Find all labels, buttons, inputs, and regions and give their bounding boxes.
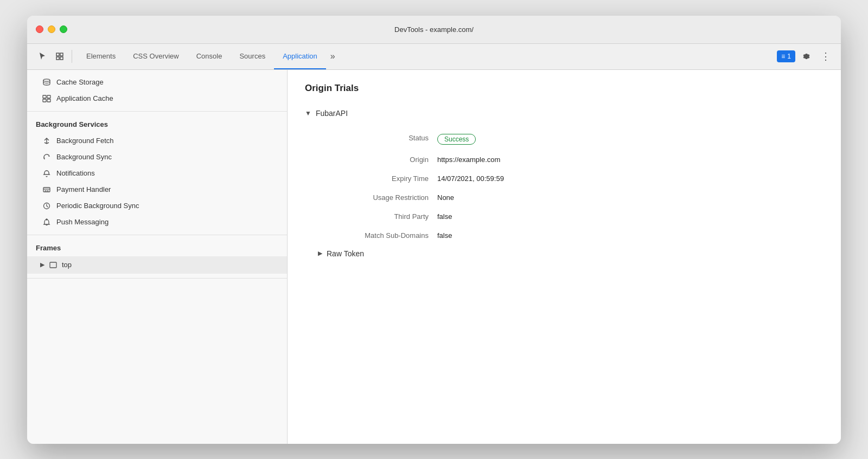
- third-party-label: Third Party: [318, 207, 437, 226]
- main-area: Cache Storage Application Cache: [27, 70, 841, 444]
- api-collapse-icon: ▼: [305, 109, 311, 117]
- match-sub-domains-label: Match Sub-Domains: [318, 226, 437, 245]
- push-messaging-icon: [42, 218, 51, 227]
- background-fetch-label: Background Fetch: [56, 137, 114, 145]
- notifications-icon: [42, 169, 51, 178]
- more-options-button[interactable]: ⋮: [817, 48, 834, 65]
- inspect-icon-button[interactable]: [51, 48, 68, 65]
- sidebar-item-application-cache[interactable]: Application Cache: [27, 90, 287, 107]
- frames-section: Frames ▶ top: [27, 235, 287, 279]
- periodic-background-sync-label: Periodic Background Sync: [56, 202, 139, 210]
- frames-top-label: top: [62, 261, 72, 269]
- svg-rect-5: [43, 95, 46, 98]
- frames-header: Frames: [27, 240, 287, 256]
- sidebar-item-push-messaging[interactable]: Push Messaging: [27, 214, 287, 230]
- background-fetch-icon: [42, 137, 51, 145]
- cursor-icon-button[interactable]: [34, 48, 51, 65]
- sidebar-item-background-sync[interactable]: Background Sync: [27, 149, 287, 165]
- sidebar-item-frames-top[interactable]: ▶ top: [27, 256, 287, 274]
- window-title: DevTools - example.com/: [394, 25, 474, 34]
- titlebar: DevTools - example.com/: [27, 16, 841, 44]
- status-badge: Success: [437, 134, 476, 145]
- third-party-value: false: [437, 207, 824, 226]
- sidebar-item-periodic-background-sync[interactable]: Periodic Background Sync: [27, 198, 287, 214]
- api-name-label: FubarAPI: [316, 109, 348, 118]
- tab-sources[interactable]: Sources: [231, 43, 274, 69]
- periodic-background-sync-icon: [42, 202, 51, 210]
- match-sub-domains-value: false: [437, 226, 824, 245]
- sidebar-item-cache-storage[interactable]: Cache Storage: [27, 74, 287, 90]
- notification-badge-button[interactable]: ≡ 1: [777, 50, 795, 62]
- raw-token-label: Raw Token: [327, 249, 364, 258]
- background-sync-label: Background Sync: [56, 153, 112, 161]
- cache-storage-icon: [42, 78, 51, 87]
- svg-point-4: [43, 79, 50, 81]
- svg-rect-3: [60, 57, 63, 60]
- close-button[interactable]: [36, 25, 43, 33]
- background-sync-icon: [42, 153, 51, 161]
- maximize-button[interactable]: [60, 25, 67, 33]
- payment-handler-label: Payment Handler: [56, 185, 111, 193]
- cache-storage-label: Cache Storage: [56, 78, 104, 86]
- push-messaging-label: Push Messaging: [56, 218, 108, 226]
- storage-section: Cache Storage Application Cache: [27, 70, 287, 112]
- origin-value: https://example.com: [437, 150, 824, 169]
- tab-console[interactable]: Console: [188, 43, 231, 69]
- toolbar-divider: [72, 50, 72, 63]
- svg-rect-0: [56, 53, 59, 56]
- badge-icon: ≡: [781, 53, 785, 60]
- usage-restriction-label: Usage Restriction: [318, 188, 437, 207]
- origin-label: Origin: [318, 150, 437, 169]
- expiry-time-label: Expiry Time: [318, 169, 437, 188]
- frames-expand-icon: ▶: [40, 261, 44, 268]
- notifications-label: Notifications: [56, 169, 95, 177]
- page-title: Origin Trials: [305, 83, 824, 94]
- toolbar: Elements CSS Overview Console Sources Ap…: [27, 44, 841, 70]
- toolbar-tabs: Elements CSS Overview Console Sources Ap…: [78, 43, 326, 69]
- devtools-window: DevTools - example.com/ Elements CSS Ove…: [27, 16, 841, 444]
- svg-rect-2: [56, 57, 59, 60]
- content-area: Origin Trials ▼ FubarAPI Status Success …: [288, 70, 841, 444]
- background-services-section: Background Services Background Fetch: [27, 112, 287, 235]
- sidebar-item-payment-handler[interactable]: Payment Handler: [27, 182, 287, 198]
- tab-css-overview[interactable]: CSS Overview: [124, 43, 188, 69]
- badge-count: 1: [787, 53, 791, 60]
- fields-grid: Status Success Origin https://example.co…: [318, 128, 824, 245]
- svg-rect-9: [43, 188, 50, 192]
- traffic-lights: [36, 25, 67, 33]
- svg-point-11: [46, 219, 47, 220]
- status-value: Success: [437, 128, 824, 150]
- svg-rect-12: [50, 262, 56, 268]
- tab-application[interactable]: Application: [274, 43, 326, 69]
- sidebar: Cache Storage Application Cache: [27, 70, 288, 444]
- status-label: Status: [318, 128, 437, 150]
- usage-restriction-value: None: [437, 188, 824, 207]
- frames-top-icon: [49, 261, 58, 269]
- api-section-header[interactable]: ▼ FubarAPI: [305, 107, 824, 120]
- background-services-header: Background Services: [27, 116, 287, 133]
- application-cache-icon: [42, 94, 51, 103]
- svg-rect-8: [47, 99, 50, 102]
- more-tabs-button[interactable]: »: [326, 43, 340, 69]
- toolbar-right: ≡ 1 ⋮: [777, 48, 834, 65]
- payment-handler-icon: [42, 185, 51, 194]
- tab-elements[interactable]: Elements: [78, 43, 124, 69]
- svg-rect-1: [60, 53, 63, 56]
- raw-token-expand-icon: ▶: [318, 250, 322, 257]
- minimize-button[interactable]: [48, 25, 55, 33]
- sidebar-item-background-fetch[interactable]: Background Fetch: [27, 133, 287, 149]
- raw-token-header[interactable]: ▶ Raw Token: [318, 245, 824, 262]
- expiry-time-value: 14/07/2021, 00:59:59: [437, 169, 824, 188]
- application-cache-label: Application Cache: [56, 94, 113, 102]
- more-options-icon: ⋮: [821, 50, 831, 62]
- svg-rect-6: [47, 95, 50, 98]
- settings-button[interactable]: [797, 48, 815, 65]
- sidebar-item-notifications[interactable]: Notifications: [27, 165, 287, 182]
- api-section-fubarapi: ▼ FubarAPI Status Success Origin https:/…: [305, 107, 824, 262]
- svg-rect-7: [43, 99, 46, 102]
